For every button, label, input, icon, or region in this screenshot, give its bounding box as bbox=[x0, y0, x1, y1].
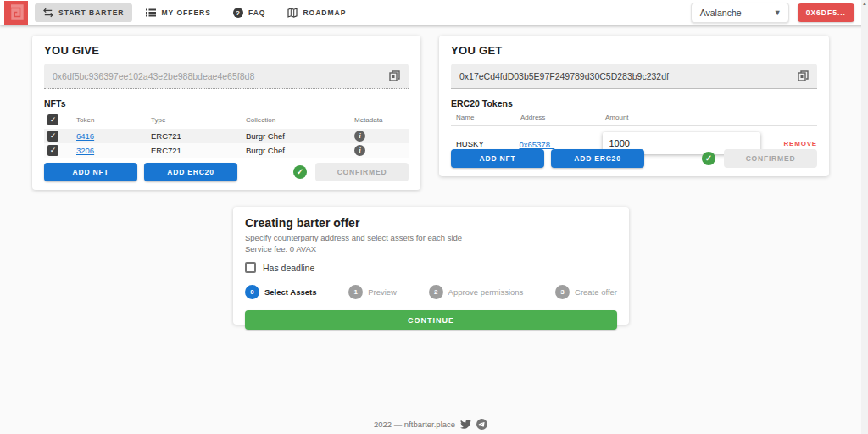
nft-type: ERC721 bbox=[151, 143, 246, 158]
step-number: 2 bbox=[429, 285, 443, 299]
help-icon: ? bbox=[233, 8, 243, 18]
step-connector bbox=[530, 292, 548, 292]
network-select[interactable]: Avalanche ▼ bbox=[691, 3, 789, 23]
nft-table: ✓ Token Type Collection Metadata ✓ 6416 … bbox=[44, 111, 409, 158]
confirmed-button[interactable]: CONFIRMED bbox=[315, 163, 409, 181]
step-preview: 1 Preview bbox=[348, 285, 397, 299]
nav-start-barter[interactable]: START BARTER bbox=[35, 3, 132, 22]
you-get-address-input[interactable] bbox=[459, 71, 798, 81]
you-give-actions: ADD NFT ADD ERC20 ✓ CONFIRMED bbox=[44, 163, 409, 181]
table-row: ✓ 6416 ERC721 Burgr Chef i bbox=[44, 129, 409, 143]
nav-faq[interactable]: ? FAQ bbox=[225, 3, 274, 22]
create-offer-panel: Creating barter offer Specify counterpar… bbox=[233, 207, 629, 325]
metadata-info-icon[interactable]: i bbox=[354, 131, 365, 142]
erc20-col-address: Address bbox=[520, 114, 605, 121]
nav-roadmap-label: ROADMAP bbox=[303, 8, 346, 17]
erc20-table-header: Name Address Amount bbox=[451, 114, 817, 126]
step-number: 1 bbox=[348, 285, 363, 299]
step-number: 3 bbox=[555, 285, 570, 299]
you-give-address-box bbox=[44, 64, 409, 89]
offer-subtitle: Specify counterparty address and select … bbox=[245, 233, 617, 242]
you-give-address-input[interactable] bbox=[53, 71, 389, 81]
nft-table-header-row: ✓ Token Type Collection Metadata bbox=[44, 111, 409, 129]
app-logo-icon[interactable] bbox=[4, 1, 28, 25]
erc20-col-name: Name bbox=[451, 114, 520, 121]
confirmed-check-icon: ✓ bbox=[702, 152, 715, 165]
erc20-col-amount: Amount bbox=[605, 114, 775, 121]
select-all-checkbox[interactable]: ✓ bbox=[47, 114, 58, 125]
nft-col-token: Token bbox=[76, 111, 151, 129]
erc20-tokens-label: ERC20 Tokens bbox=[451, 98, 817, 108]
list-icon bbox=[146, 8, 156, 18]
nav-roadmap[interactable]: ROADMAP bbox=[279, 3, 354, 22]
nft-token-link[interactable]: 6416 bbox=[76, 131, 94, 141]
you-get-actions: ADD NFT ADD ERC20 ✓ CONFIRMED bbox=[451, 149, 817, 168]
nft-col-type: Type bbox=[151, 111, 246, 129]
nav-faq-label: FAQ bbox=[248, 8, 265, 17]
telegram-icon[interactable] bbox=[476, 419, 487, 430]
map-icon bbox=[287, 8, 298, 18]
you-get-panel: YOU GET ERC20 Tokens Name Address Amount… bbox=[439, 36, 829, 176]
topbar-right: Avalanche ▼ 0X6DF5... bbox=[691, 3, 868, 23]
add-erc20-button[interactable]: ADD ERC20 bbox=[144, 163, 237, 181]
nft-token-link[interactable]: 3206 bbox=[76, 146, 94, 155]
step-number: 0 bbox=[245, 285, 259, 299]
step-select-assets: 0 Select Assets bbox=[245, 285, 316, 299]
step-connector bbox=[403, 292, 422, 292]
confirmed-check-icon: ✓ bbox=[293, 165, 307, 179]
top-bar: START BARTER MY OFFERS ? FAQ ROADMAP Ava… bbox=[0, 0, 868, 25]
service-fee-text: Service fee: 0 AVAX bbox=[245, 244, 617, 253]
step-create-offer: 3 Create offer bbox=[555, 285, 617, 299]
step-label: Create offer bbox=[575, 287, 617, 297]
has-deadline-control[interactable]: Has deadline bbox=[245, 262, 617, 273]
swap-icon bbox=[43, 8, 53, 18]
nft-col-metadata: Metadata bbox=[354, 111, 409, 129]
erc20-name: HUSKY bbox=[451, 139, 519, 148]
confirmed-button[interactable]: CONFIRMED bbox=[724, 149, 817, 168]
step-connector bbox=[323, 292, 342, 292]
copy-icon[interactable] bbox=[798, 70, 809, 81]
nft-collection: Burgr Chef bbox=[246, 129, 354, 143]
nav-my-offers-label: MY OFFERS bbox=[161, 8, 210, 17]
offer-title: Creating barter offer bbox=[245, 216, 617, 230]
table-row: ✓ 3206 ERC721 Burgr Chef i bbox=[44, 143, 409, 158]
step-approve-permissions: 2 Approve permissions bbox=[429, 285, 524, 299]
step-label: Select Assets bbox=[264, 287, 316, 297]
page-footer: 2022 — nftbarter.place bbox=[0, 419, 861, 430]
main-nav: START BARTER MY OFFERS ? FAQ ROADMAP bbox=[35, 3, 354, 22]
you-give-panel: YOU GIVE NFTs ✓ Token Type Collection Me… bbox=[32, 36, 420, 190]
nft-row-checkbox[interactable]: ✓ bbox=[47, 145, 58, 156]
twitter-icon[interactable] bbox=[460, 419, 471, 430]
has-deadline-label: Has deadline bbox=[263, 263, 314, 273]
erc20-address-link[interactable]: 0x65378.. bbox=[519, 140, 554, 149]
add-erc20-button[interactable]: ADD ERC20 bbox=[551, 149, 644, 168]
nav-my-offers[interactable]: MY OFFERS bbox=[137, 3, 219, 22]
nft-col-collection: Collection bbox=[246, 111, 354, 129]
step-label: Approve permissions bbox=[448, 287, 524, 297]
page-scrollbar[interactable]: ▲ bbox=[861, 0, 868, 434]
nft-row-checkbox[interactable]: ✓ bbox=[47, 131, 58, 142]
continue-button[interactable]: CONTINUE bbox=[245, 310, 617, 330]
add-nft-button[interactable]: ADD NFT bbox=[44, 163, 137, 181]
chevron-down-icon: ▼ bbox=[774, 8, 782, 17]
nfts-label: NFTs bbox=[44, 98, 409, 108]
network-select-value: Avalanche bbox=[700, 8, 742, 18]
nft-type: ERC721 bbox=[151, 129, 246, 143]
copyright-text: 2022 — nftbarter.place bbox=[374, 420, 455, 429]
you-get-title: YOU GET bbox=[451, 44, 817, 57]
copy-icon[interactable] bbox=[389, 70, 400, 81]
metadata-info-icon[interactable]: i bbox=[354, 145, 365, 156]
add-nft-button[interactable]: ADD NFT bbox=[451, 149, 544, 168]
nav-start-barter-label: START BARTER bbox=[58, 8, 124, 17]
you-give-title: YOU GIVE bbox=[44, 44, 409, 57]
remove-token-button[interactable]: REMOVE bbox=[784, 140, 817, 147]
wallet-address-button[interactable]: 0X6DF5... bbox=[798, 3, 854, 22]
step-label: Preview bbox=[368, 287, 397, 297]
you-get-address-box bbox=[451, 64, 817, 89]
nft-collection: Burgr Chef bbox=[246, 143, 354, 158]
has-deadline-checkbox[interactable] bbox=[245, 262, 256, 273]
offer-stepper: 0 Select Assets 1 Preview 2 Approve perm… bbox=[245, 285, 617, 299]
